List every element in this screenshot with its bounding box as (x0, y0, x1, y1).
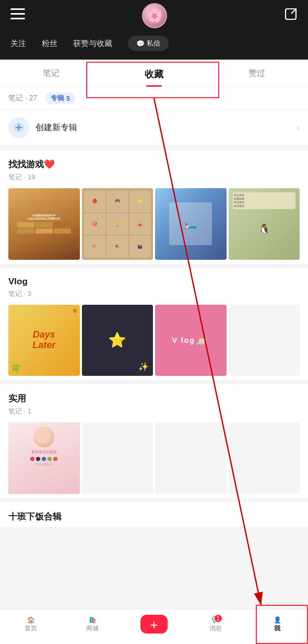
create-album-row[interactable]: 创建新专辑 › (0, 110, 308, 146)
sub-tab-notes[interactable]: 笔记 · 27 (8, 94, 37, 103)
practical-image-1[interactable]: 多彩每天比较你 这么 过去你 (8, 422, 80, 494)
star-icon: ⭐ (108, 331, 126, 349)
album-practical: 实用 笔记 · 1 多彩每天比较你 这么 过去你 (0, 384, 308, 498)
nav-messages[interactable]: 💬 1 消息 (200, 616, 231, 633)
nav-shop[interactable]: 🛍️ 商城 (77, 616, 108, 633)
tab-favorites[interactable]: 收藏 (103, 60, 206, 87)
vlog-image-2[interactable]: ⭐ ✨ (82, 305, 153, 376)
svg-rect-2 (10, 18, 25, 19)
game-image-4[interactable]: 笔记便签收藏收藏整理整理整理整理 🐧 (229, 188, 300, 260)
sub-tabs: 笔记 · 27 专辑 5 (0, 87, 308, 110)
album-next-title[interactable]: 十班下饭合辑 (8, 511, 300, 523)
album-games-images: 年度最爱经营类APP以及222款经典比及精粹大吃 🍎 🎮 ⭐ 🎯 🏆 🎪 (8, 188, 300, 260)
likes-collect-stat[interactable]: 获赞与收藏 (73, 39, 112, 49)
nav-add[interactable]: + (138, 615, 170, 634)
chevron-right-icon: › (297, 122, 300, 133)
practical-image-empty3 (229, 422, 300, 494)
game-image-1[interactable]: 年度最爱经营类APP以及222款经典比及精粹大吃 (8, 188, 80, 260)
album-games: 找找游戏❤️ 笔记 · 19 年度最爱经营类APP以及222款经典比及精粹大吃 … (0, 150, 308, 264)
album-badge: 专辑 5 (45, 93, 75, 104)
album-vlog: Vlog 笔记 · 3 DaysLater 🍀 ✿ ⭐ ✨ V log 🪐 (0, 268, 308, 381)
avatar[interactable] (142, 3, 167, 28)
header (0, 0, 308, 31)
album-games-title[interactable]: 找找游戏❤️ (8, 158, 300, 170)
tab-liked[interactable]: 赞过 (205, 60, 308, 87)
vlog-image-1[interactable]: DaysLater 🍀 ✿ (8, 305, 80, 376)
nav-home-label: 首页 (25, 624, 37, 633)
album-vlog-count: 笔记 · 3 (8, 289, 300, 298)
album-vlog-images: DaysLater 🍀 ✿ ⭐ ✨ V log 🪐 (8, 305, 300, 376)
tab-notes[interactable]: 笔记 (0, 60, 103, 87)
game-image-3[interactable]: 🛏️ (155, 188, 227, 260)
stats-bar: 关注 粉丝 获赞与收藏 💬 私信 (0, 31, 308, 60)
create-album-icon (8, 117, 29, 138)
album-practical-images: 多彩每天比较你 这么 过去你 (8, 422, 300, 494)
vlog-image-empty (229, 305, 300, 376)
share-icon[interactable] (284, 7, 298, 24)
game-image-2[interactable]: 🍎 🎮 ⭐ 🎯 🏆 🎪 🎨 🎭 🎬 (82, 188, 153, 260)
fans-stat[interactable]: 粉丝 (42, 39, 57, 49)
nav-shop-label: 商城 (86, 624, 99, 633)
nav-me-label: 我 (274, 624, 280, 633)
content-tabs: 笔记 收藏 赞过 (0, 60, 308, 87)
practical-image-empty1 (82, 422, 153, 494)
create-album-label: 创建新专辑 (35, 122, 77, 133)
follow-stat[interactable]: 关注 (10, 39, 26, 49)
album-games-count: 笔记 · 19 (8, 172, 300, 182)
hamburger-icon[interactable] (10, 8, 25, 23)
album-practical-title[interactable]: 实用 (8, 393, 300, 405)
add-button[interactable]: + (140, 615, 168, 634)
svg-rect-0 (10, 8, 25, 10)
vlog-image-3[interactable]: V log 🪐 (155, 305, 227, 376)
messages-badge: 💬 1 (212, 616, 220, 623)
album-practical-count: 笔记 · 1 (8, 407, 300, 416)
nav-messages-label: 消息 (209, 624, 222, 633)
album-next: 十班下饭合辑 (0, 502, 308, 527)
message-button[interactable]: 💬 私信 (128, 36, 169, 51)
practical-image-empty2 (155, 422, 227, 494)
message-badge-count: 1 (215, 615, 222, 622)
shop-icon: 🛍️ (89, 617, 97, 623)
bottom-nav: 🏠 首页 🛍️ 商城 + 💬 1 消息 👤 我 (0, 609, 308, 644)
home-icon: 🏠 (27, 617, 35, 623)
me-icon: 👤 (274, 617, 281, 623)
sub-tab-albums[interactable]: 专辑 5 (45, 93, 75, 104)
svg-rect-1 (10, 13, 25, 15)
album-vlog-title[interactable]: Vlog (8, 277, 300, 287)
nav-me[interactable]: 👤 我 (262, 616, 293, 633)
nav-home[interactable]: 🏠 首页 (15, 616, 46, 633)
